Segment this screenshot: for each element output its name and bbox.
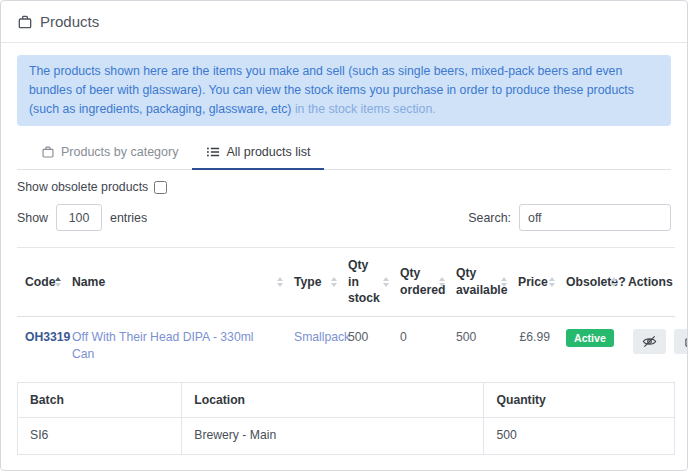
sort-icon: [611, 277, 617, 287]
table-controls: Show 100 entries Search:: [17, 204, 671, 231]
column-header-actions: Actions: [620, 248, 675, 316]
card-header: Products: [1, 1, 687, 43]
sort-icon: [501, 277, 507, 287]
entries-control: Show 100 entries: [17, 204, 147, 231]
column-header-qty-in-stock[interactable]: Qty in stock: [340, 248, 392, 316]
product-name-link[interactable]: Off With Their Head DIPA - 330ml Can: [72, 330, 254, 362]
location-value: Brewery - Main: [182, 418, 484, 455]
column-header-code[interactable]: Code: [17, 248, 64, 316]
stock-items-link[interactable]: in the stock items section.: [295, 102, 436, 116]
box-icon: [17, 14, 33, 30]
table-header-row: Code Name Type Qty in stock Qty ordered …: [17, 248, 675, 316]
show-obsolete-label: Show obsolete products: [17, 180, 148, 194]
list-icon: [206, 145, 220, 159]
page-title: Products: [40, 13, 99, 30]
quantity-column-header: Quantity: [484, 382, 675, 417]
qty-available-value: 500: [448, 316, 510, 376]
column-header-price[interactable]: Price: [510, 248, 558, 316]
qty-ordered-value: 0: [392, 316, 448, 376]
column-header-qty-ordered[interactable]: Qty ordered: [392, 248, 448, 316]
product-type-link[interactable]: Smallpack: [294, 330, 350, 344]
sort-icon: [331, 277, 337, 287]
batch-row: SI6 Brewery - Main 500: [18, 418, 675, 455]
tab-label: Products by category: [61, 145, 178, 159]
search-control: Search:: [468, 204, 671, 231]
show-obsolete-row: Show obsolete products: [17, 180, 671, 194]
entries-label: entries: [110, 211, 147, 225]
batch-column-header: Batch: [18, 382, 182, 417]
qty-in-stock-value: 500: [340, 316, 392, 376]
quantity-value: 500: [484, 418, 675, 455]
products-table: Code Name Type Qty in stock Qty ordered …: [17, 247, 675, 471]
column-header-obsolete[interactable]: Obsolete?: [558, 248, 620, 316]
hide-stock-button[interactable]: [633, 329, 666, 354]
location-column-header: Location: [182, 382, 484, 417]
products-card: Products The products shown here are the…: [0, 0, 688, 471]
column-header-type[interactable]: Type: [286, 248, 340, 316]
batch-table: Batch Location Quantity SI6 Brewery - Ma…: [17, 382, 675, 455]
show-label: Show: [17, 211, 48, 225]
info-banner: The products shown here are the items yo…: [17, 55, 671, 126]
box-icon: [684, 335, 688, 348]
entries-select[interactable]: 100: [56, 204, 102, 231]
product-row-oh3319: OH3319 Off With Their Head DIPA - 330ml …: [17, 316, 675, 376]
product-code-link[interactable]: OH3319: [25, 330, 70, 344]
status-badge: Active: [566, 329, 614, 348]
sort-icon: [277, 277, 283, 287]
show-obsolete-checkbox[interactable]: [154, 181, 167, 194]
column-header-qty-available[interactable]: Qty available: [448, 248, 510, 316]
sort-icon: [383, 277, 389, 287]
box-icon: [41, 145, 55, 159]
sort-icon: [549, 277, 555, 287]
sort-icon: [439, 277, 445, 287]
tab-bar: Products by category All products list: [17, 136, 671, 170]
sort-icon: [55, 277, 61, 287]
tab-products-by-category[interactable]: Products by category: [27, 136, 192, 169]
search-input[interactable]: [519, 204, 671, 231]
search-label: Search:: [468, 211, 511, 225]
price-value: £6.99: [510, 316, 558, 376]
tab-label: All products list: [226, 145, 310, 159]
card-body: The products shown here are the items yo…: [1, 43, 687, 471]
stock-box-button[interactable]: [674, 329, 688, 354]
eye-slash-icon: [642, 334, 657, 349]
column-header-name[interactable]: Name: [64, 248, 286, 316]
tab-all-products-list[interactable]: All products list: [192, 136, 324, 169]
batch-value: SI6: [18, 418, 182, 455]
batch-header-row: Batch Location Quantity: [18, 382, 675, 417]
child-row: Batch Location Quantity SI6 Brewery - Ma…: [17, 376, 675, 471]
